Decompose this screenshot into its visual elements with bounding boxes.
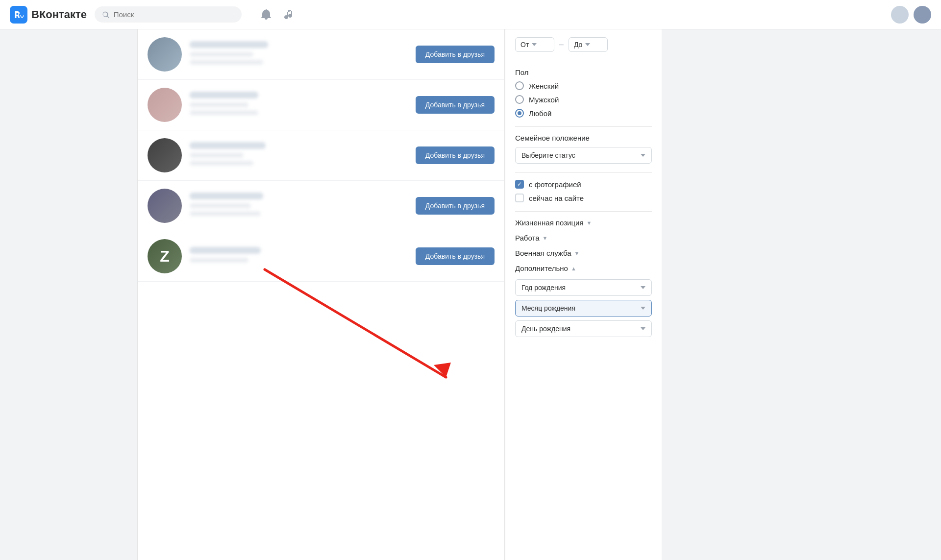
user-detail-bar (190, 110, 258, 115)
with-photo-option[interactable]: ✓ с фотографией (515, 180, 652, 189)
user-detail-bar (190, 203, 251, 208)
birth-day-select[interactable]: День рождения (515, 320, 652, 337)
age-to-select[interactable]: До (569, 37, 608, 52)
with-photo-checkbox: ✓ (515, 180, 524, 189)
life-position-filter[interactable]: Жизненная позиция ▼ (515, 219, 652, 227)
marital-filter-section: Семейное положение Выберите статус (515, 134, 652, 164)
add-friend-button[interactable]: Добавить в друзья (416, 46, 495, 63)
marital-label: Семейное положение (515, 134, 652, 142)
user-name-bar (190, 41, 268, 48)
avatar (148, 138, 182, 172)
avatar (148, 88, 182, 122)
photo-filter-section: ✓ с фотографией сейчас на сайте (515, 180, 652, 202)
user-detail-bar (190, 60, 263, 65)
user-name-bar (190, 142, 266, 149)
chevron-down-icon (641, 154, 645, 157)
military-filter[interactable]: Военная служба ▼ (515, 249, 652, 257)
military-label: Военная служба (515, 249, 571, 257)
birth-month-select[interactable]: Месяц рождения (515, 300, 652, 317)
add-friend-button[interactable]: Добавить в друзья (416, 197, 495, 215)
user-name-bar (190, 193, 263, 199)
additional-filter[interactable]: Дополнительно ▲ (515, 264, 652, 272)
caret-icon: ▼ (587, 220, 592, 226)
header-right (891, 6, 931, 24)
list-item: Добавить в друзья (138, 181, 504, 231)
work-filter[interactable]: Работа ▼ (515, 234, 652, 242)
user-detail-bar (190, 153, 244, 158)
online-now-checkbox (515, 194, 524, 202)
radio-male (515, 95, 524, 104)
age-filter-section: От – До (515, 37, 652, 52)
online-now-option[interactable]: сейчас на сайте (515, 194, 652, 202)
left-sidebar (0, 29, 137, 560)
user-detail-bar (190, 211, 261, 216)
gender-male-option[interactable]: Мужской (515, 95, 652, 104)
main-layout: Добавить в друзья Добавить в друзья (0, 29, 941, 560)
caret-icon: ▼ (543, 235, 548, 241)
caret-up-icon: ▲ (571, 266, 576, 271)
gender-any-label: Любой (529, 109, 551, 118)
user-list: Добавить в друзья Добавить в друзья (138, 29, 504, 282)
gender-female-label: Женский (529, 82, 559, 90)
chevron-down-icon (641, 307, 645, 310)
gender-filter-section: Пол Женский Мужской Любой (515, 68, 652, 118)
user-info (190, 41, 408, 68)
age-to-label: До (574, 41, 582, 49)
user-name-bar (190, 92, 258, 98)
with-photo-label: с фотографией (529, 180, 581, 189)
birth-day-label: День рождения (521, 325, 570, 333)
user-info (190, 193, 408, 219)
logo-text: ВКонтакте (31, 8, 87, 21)
avatar (148, 37, 182, 72)
chevron-down-icon (641, 327, 645, 330)
caret-icon: ▼ (574, 250, 580, 256)
radio-inner (518, 111, 521, 115)
chevron-down-icon (641, 286, 645, 289)
filter-divider (515, 126, 652, 127)
user-name-bar (190, 247, 261, 254)
logo-link[interactable]: ВКонтакте (10, 6, 87, 24)
right-sidebar: От – До Пол Женский Мужской (505, 29, 662, 560)
notification-icon[interactable] (259, 8, 273, 22)
add-friend-button[interactable]: Добавить в друзья (416, 96, 495, 114)
user-avatar-small[interactable] (891, 6, 909, 24)
age-dash: – (559, 40, 564, 49)
gender-female-option[interactable]: Женский (515, 81, 652, 90)
additional-label: Дополнительно (515, 264, 568, 272)
age-from-label: От (520, 41, 529, 49)
marital-select[interactable]: Выберите статус (515, 147, 652, 164)
add-friend-button[interactable]: Добавить в друзья (416, 146, 495, 164)
header-icons (259, 8, 297, 22)
list-item: Добавить в друзья (138, 130, 504, 181)
radio-any (515, 109, 524, 118)
life-position-label: Жизненная позиция (515, 219, 584, 227)
chevron-down-icon (532, 43, 537, 46)
content-area: Добавить в друзья Добавить в друзья (137, 29, 505, 560)
user-detail-bar (190, 102, 248, 107)
work-label: Работа (515, 234, 540, 242)
user-detail-bar (190, 258, 248, 263)
user-info (190, 142, 408, 169)
add-friend-button[interactable]: Добавить в друзья (416, 247, 495, 265)
age-from-select[interactable]: От (515, 37, 554, 52)
birth-month-label: Месяц рождения (521, 304, 575, 312)
avatar (148, 189, 182, 223)
marital-placeholder: Выберите статус (521, 151, 575, 159)
birth-dropdowns: Год рождения Месяц рождения День рождени… (515, 279, 652, 337)
search-bar[interactable] (95, 6, 242, 23)
list-item: Z Добавить в друзья (138, 231, 504, 282)
user-info (190, 247, 408, 266)
user-avatar-main[interactable] (914, 6, 931, 24)
birth-year-select[interactable]: Год рождения (515, 279, 652, 296)
gender-any-option[interactable]: Любой (515, 109, 652, 118)
radio-female (515, 81, 524, 90)
search-input[interactable] (114, 10, 234, 19)
birth-year-label: Год рождения (521, 284, 566, 292)
user-detail-bar (190, 52, 253, 57)
filter-divider (515, 211, 652, 212)
online-now-label: сейчас на сайте (529, 194, 584, 202)
music-icon[interactable] (283, 8, 297, 22)
gender-male-label: Мужской (529, 96, 559, 104)
list-item: Добавить в друзья (138, 29, 504, 80)
search-icon (102, 11, 110, 19)
